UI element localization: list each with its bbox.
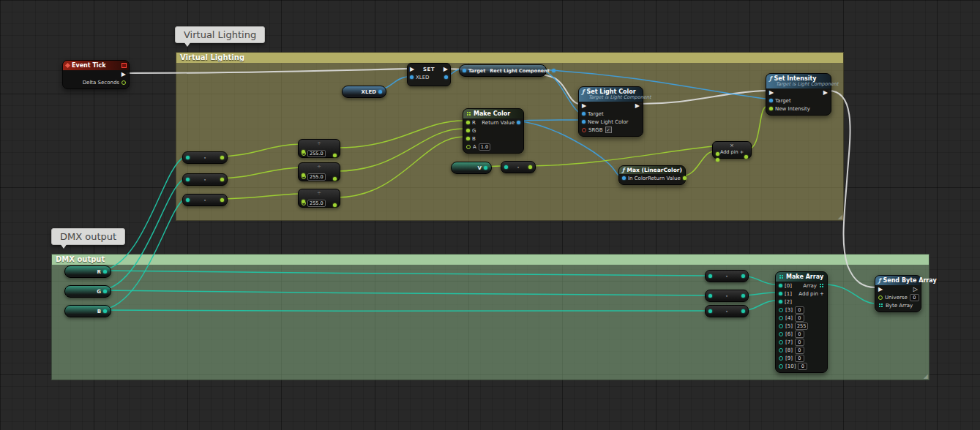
graph-canvas[interactable]: Virtual Lighting◢DMX output◢ Event Tick▶… xyxy=(0,0,980,430)
tooltip-virtual-lighting: Virtual Lighting xyxy=(175,26,265,43)
tooltips-layer: Virtual LightingDMX output xyxy=(0,0,980,430)
tooltip-tail xyxy=(60,244,67,249)
tooltip-dmx-output: DMX output xyxy=(51,228,125,245)
tooltip-tail xyxy=(184,42,191,47)
